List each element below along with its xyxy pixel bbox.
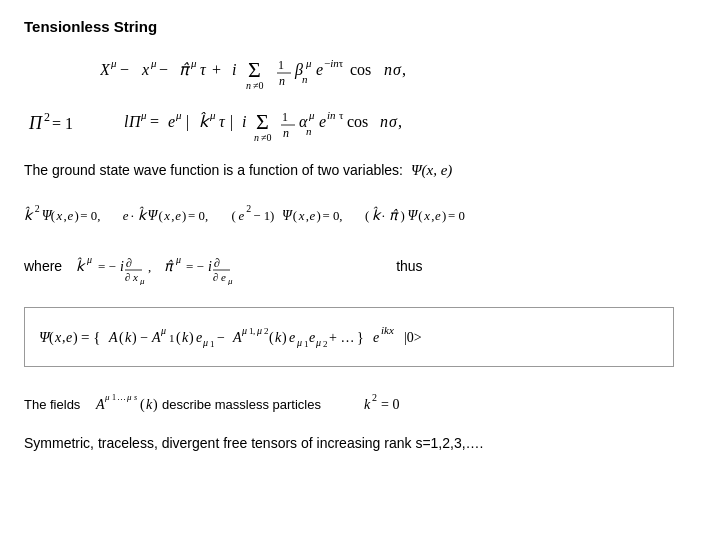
formula-row-2: Π 2 = 1 l Π μ = e μ | k̂ μ τ | i Σ n ≠0 …	[24, 97, 696, 145]
ground-state-conditions-row: k̂ 2 Ψ ( x , e ) = 0, e · k̂ Ψ ( x , e )…	[24, 191, 696, 239]
svg-text:Ψ: Ψ	[407, 208, 418, 223]
svg-text:): )	[282, 330, 287, 346]
svg-text:Π: Π	[28, 113, 43, 133]
svg-text:μ: μ	[150, 57, 157, 69]
svg-text:i: i	[120, 259, 124, 274]
svg-text:e: e	[196, 330, 202, 345]
boxed-formula-svg: Ψ ( x , e ) = { A ( k ) − A μ 1 ( k ) e …	[39, 316, 659, 354]
thus-label: thus	[396, 258, 422, 274]
svg-text:−inτ: −inτ	[324, 57, 344, 69]
svg-text:): )	[73, 330, 78, 346]
svg-text:μ: μ	[104, 392, 110, 402]
svg-text:n: n	[384, 61, 392, 78]
svg-text:= 0: = 0	[381, 397, 399, 412]
svg-text:Σ: Σ	[248, 57, 261, 82]
formula-row-1: X μ − x μ − π̂ μ τ + i Σ n ≠0 1 n β μ n …	[24, 45, 696, 93]
svg-text:(: (	[140, 397, 145, 413]
svg-text:= {: = {	[81, 329, 100, 345]
svg-text:= −: = −	[98, 259, 116, 274]
svg-text:A: A	[151, 330, 161, 345]
svg-text:μ: μ	[86, 254, 92, 265]
svg-text:μ: μ	[175, 254, 181, 265]
svg-text:τ: τ	[339, 109, 344, 121]
svg-text:k: k	[146, 397, 153, 412]
svg-text:Ψ: Ψ	[148, 208, 159, 223]
svg-text:(: (	[119, 330, 124, 346]
svg-text:e: e	[309, 330, 315, 345]
svg-text:Π: Π	[128, 113, 142, 130]
svg-text:,: ,	[402, 61, 406, 78]
svg-text:μ: μ	[227, 276, 233, 285]
svg-text:x: x	[423, 209, 430, 223]
svg-text:μ: μ	[139, 276, 145, 285]
svg-text:(: (	[269, 330, 274, 346]
svg-text:μ: μ	[190, 57, 197, 69]
svg-text:1: 1	[282, 110, 288, 124]
svg-text:A: A	[108, 330, 118, 345]
svg-text:2: 2	[323, 339, 328, 349]
svg-text:): )	[153, 397, 158, 413]
svg-text:e: e	[221, 271, 226, 283]
svg-text:Σ: Σ	[256, 109, 269, 134]
ll-mu-eq: l Π μ = e μ | k̂ μ τ | i Σ n ≠0 1 n α μ …	[124, 97, 554, 145]
svg-text:= 1: = 1	[52, 115, 73, 132]
svg-text:ikx: ikx	[381, 324, 394, 336]
svg-text:μ: μ	[296, 337, 302, 348]
svg-text:x: x	[141, 61, 149, 78]
svg-text:e: e	[67, 209, 73, 223]
svg-text:=: =	[150, 113, 159, 130]
svg-text:x: x	[56, 209, 63, 223]
svg-text:τ: τ	[219, 113, 226, 130]
svg-text:σ: σ	[389, 113, 398, 130]
svg-text:Ψ: Ψ	[282, 208, 293, 223]
svg-text:− 1): − 1)	[253, 209, 274, 223]
svg-text:i: i	[242, 113, 246, 130]
ground-state-description: The ground state wave function is a func…	[24, 159, 696, 181]
svg-text:e: e	[175, 209, 181, 223]
svg-text:x: x	[132, 271, 138, 283]
svg-text:e: e	[310, 209, 316, 223]
svg-text:i: i	[208, 259, 212, 274]
svg-text:cos: cos	[347, 113, 368, 130]
svg-text:= 0: = 0	[448, 209, 465, 223]
svg-text:1: 1	[210, 339, 215, 349]
svg-text:+: +	[212, 61, 221, 78]
svg-text:,: ,	[148, 259, 151, 274]
svg-text:X: X	[100, 61, 111, 78]
svg-text:e: e	[168, 113, 175, 130]
svg-text:,: ,	[171, 209, 174, 223]
svg-text:σ: σ	[393, 61, 402, 78]
svg-text:= −: = −	[186, 259, 204, 274]
fields-row: The fields A μ 1 … μ s ( k ) describe ma…	[24, 387, 696, 421]
svg-text:μ: μ	[202, 337, 208, 348]
svg-text:) −: ) −	[132, 330, 148, 346]
svg-text:μ: μ	[305, 57, 312, 69]
svg-text:|0>: |0>	[404, 330, 422, 345]
svg-text:k̂: k̂	[372, 206, 382, 223]
svg-text:x: x	[298, 209, 305, 223]
svg-text:describe massless particles: describe massless particles	[162, 397, 321, 412]
svg-text:n: n	[283, 126, 289, 140]
svg-text:e: e	[123, 209, 129, 223]
svg-text:2: 2	[372, 392, 377, 403]
pi-squared-eq: Π 2 = 1	[24, 99, 124, 143]
svg-text:(: (	[49, 330, 54, 346]
svg-text:in: in	[327, 109, 336, 121]
svg-text:k̂: k̂	[24, 206, 34, 223]
svg-text:μ: μ	[256, 325, 262, 336]
svg-text:n: n	[254, 132, 259, 143]
xmu-equation: X μ − x μ − π̂ μ τ + i Σ n ≠0 1 n β μ n …	[100, 45, 620, 93]
svg-text:|: |	[230, 113, 233, 131]
svg-text:∂: ∂	[126, 256, 132, 270]
svg-text:μ: μ	[315, 337, 321, 348]
svg-text:n: n	[380, 113, 388, 130]
boxed-formula-container: Ψ ( x , e ) = { A ( k ) − A μ 1 ( k ) e …	[24, 307, 674, 367]
svg-text:= 0,: = 0,	[188, 209, 208, 223]
svg-text:μ: μ	[126, 392, 132, 402]
svg-text:π̂: π̂	[179, 61, 191, 78]
svg-text:x: x	[54, 330, 62, 345]
svg-text:s: s	[134, 393, 137, 402]
svg-text:(: (	[293, 209, 297, 223]
svg-text:n: n	[246, 80, 251, 91]
svg-text:): )	[401, 209, 405, 223]
